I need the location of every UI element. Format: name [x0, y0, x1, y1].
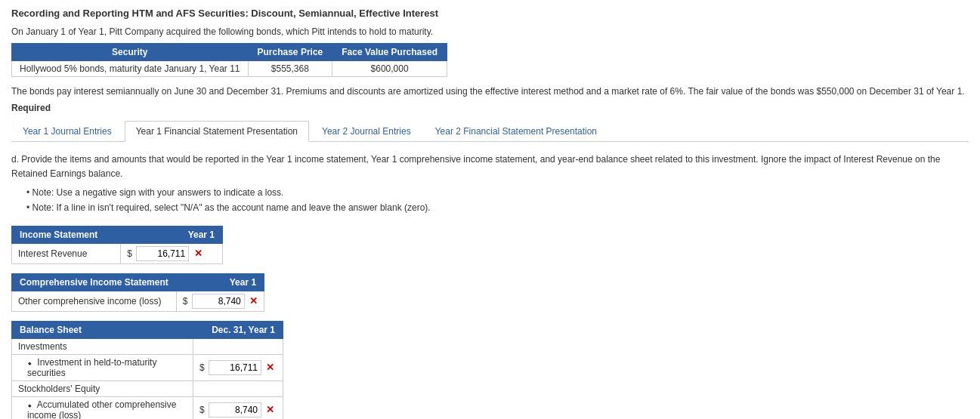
comprehensive-income-header: Comprehensive Income Statement — [12, 273, 177, 291]
interest-revenue-label: Interest Revenue — [12, 243, 121, 263]
note-1: • Note: Use a negative sign with your an… — [26, 186, 969, 200]
equity-header-label: Stockholders' Equity — [12, 380, 193, 396]
income-statement-table: Income Statement Year 1 Interest Revenue… — [11, 226, 223, 264]
description-text: The bonds pay interest semiannually on J… — [11, 85, 969, 98]
tabs-container: Year 1 Journal Entries Year 1 Financial … — [11, 121, 969, 142]
equity-dollar-sign: $ — [199, 405, 205, 415]
interest-revenue-value-cell: $ ✕ — [121, 243, 223, 263]
equity-header-row: Stockholders' Equity — [12, 380, 283, 396]
other-comprehensive-label: Other comprehensive income (loss) — [12, 291, 177, 311]
investments-input[interactable] — [209, 360, 261, 375]
notes-section: • Note: Use a negative sign with your an… — [11, 186, 969, 214]
income-statement-row: Interest Revenue $ ✕ — [12, 243, 223, 263]
other-comprehensive-value-cell: $ ✕ — [176, 291, 264, 311]
equity-header-empty — [193, 380, 283, 396]
intro-text: On January 1 of Year 1, Pitt Company acq… — [11, 26, 969, 37]
note-2: • Note: If a line in isn't required, sel… — [26, 201, 969, 215]
equity-arrow[interactable]: ⬥ — [27, 400, 32, 409]
other-comprehensive-remove-btn[interactable]: ✕ — [249, 295, 258, 307]
instruction-text: d. Provide the items and amounts that wo… — [11, 153, 969, 181]
bonds-header-face-value: Face Value Purchased — [332, 44, 447, 61]
other-comprehensive-input[interactable] — [192, 294, 245, 309]
equity-value-cell: $ ✕ — [193, 396, 283, 419]
page-title: Recording and Reporting HTM and AFS Secu… — [11, 8, 969, 19]
investments-dollar-sign: $ — [199, 362, 205, 373]
required-label: Required — [11, 103, 969, 113]
equity-remove-btn[interactable]: ✕ — [266, 404, 274, 415]
investments-value-cell: $ ✕ — [193, 354, 283, 380]
tab-year1-financial[interactable]: Year 1 Financial Statement Presentation — [125, 121, 309, 142]
income-statement-header: Income Statement — [12, 226, 121, 243]
comprehensive-income-table: Comprehensive Income Statement Year 1 Ot… — [11, 273, 264, 312]
balance-sheet-table: Balance Sheet Dec. 31, Year 1 Investment… — [11, 321, 283, 419]
bonds-table: Security Purchase Price Face Value Purch… — [11, 43, 447, 77]
interest-revenue-remove-btn[interactable]: ✕ — [194, 248, 202, 259]
bonds-row-face-value: $600,000 — [332, 61, 447, 77]
equity-input[interactable] — [209, 402, 261, 417]
bonds-header-price: Purchase Price — [248, 44, 332, 61]
bonds-row-price: $555,368 — [248, 61, 332, 77]
equity-account-label: Accumulated other comprehensive income (… — [27, 399, 176, 419]
investments-account-label: Investment in held-to-maturity securitie… — [27, 357, 156, 378]
tab-year2-journal[interactable]: Year 2 Journal Entries — [311, 121, 422, 141]
equity-row: ⬥ Accumulated other comprehensive income… — [12, 396, 283, 419]
investments-header-label: Investments — [12, 338, 193, 354]
investments-row: ⬥ Investment in held-to-maturity securit… — [12, 354, 283, 380]
tab-year2-financial[interactable]: Year 2 Financial Statement Presentation — [424, 121, 608, 141]
investments-account-cell: ⬥ Investment in held-to-maturity securit… — [12, 354, 193, 380]
equity-account-cell: ⬥ Accumulated other comprehensive income… — [12, 396, 193, 419]
bonds-header-security: Security — [12, 44, 249, 61]
investments-header-row: Investments — [12, 338, 283, 354]
interest-revenue-input[interactable] — [136, 246, 189, 261]
comprehensive-income-year: Year 1 — [176, 273, 264, 291]
comprehensive-income-row: Other comprehensive income (loss) $ ✕ — [12, 291, 264, 311]
investments-remove-btn[interactable]: ✕ — [266, 362, 274, 373]
balance-sheet-header: Balance Sheet — [12, 321, 193, 338]
tab-year1-journal[interactable]: Year 1 Journal Entries — [11, 121, 123, 141]
income-dollar-sign: $ — [127, 248, 132, 259]
balance-sheet-col-label: Dec. 31, Year 1 — [193, 321, 283, 338]
income-statement-year: Year 1 — [121, 226, 223, 243]
comprehensive-dollar-sign: $ — [183, 296, 188, 307]
bonds-row-security: Hollywood 5% bonds, maturity date Januar… — [12, 61, 249, 77]
investments-header-empty — [193, 338, 283, 354]
investments-arrow[interactable]: ⬥ — [27, 358, 32, 367]
